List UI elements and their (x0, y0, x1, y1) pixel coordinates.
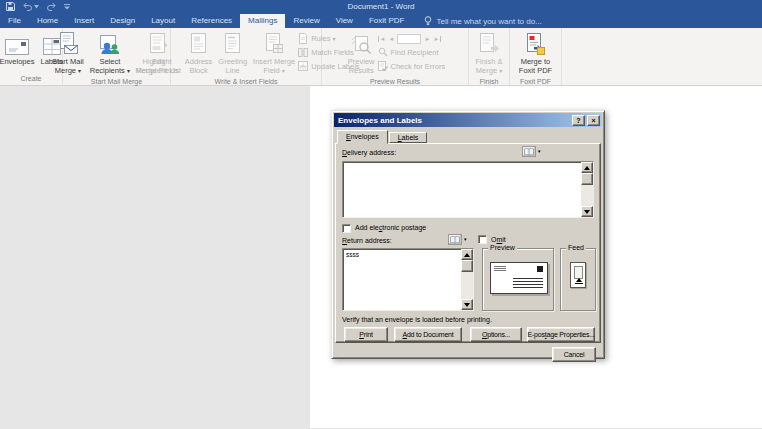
return-address-label: Return address: (342, 237, 392, 244)
merge-to-foxit-label-2: Foxit PDF (519, 66, 552, 75)
tab-layout[interactable]: Layout (143, 14, 183, 28)
lightbulb-icon (424, 16, 432, 26)
dialog-title: Envelopes and Labels (338, 116, 570, 125)
record-number-box (397, 34, 421, 44)
epostage-properties-button[interactable]: E-postage Properties... (527, 327, 595, 342)
preview-results-button: Preview Results (345, 30, 378, 76)
dropdown-arrow-icon: ▾ (464, 237, 467, 242)
feed-group-label: Feed (566, 244, 586, 251)
scrollbar-thumb[interactable] (581, 173, 593, 185)
scroll-up-button[interactable] (461, 249, 473, 260)
delivery-address-label: Delivery address: (342, 149, 396, 156)
tab-view[interactable]: View (328, 14, 361, 28)
envelopes-button[interactable]: Envelopes (0, 30, 37, 66)
ribbon-group-write-insert-fields: Highlight Merge Fields Address Block Gre… (171, 28, 322, 85)
dialog-tab-labels[interactable]: Labels (389, 132, 428, 143)
dropdown-arrow-icon: ▾ (282, 68, 285, 74)
dropdown-arrow-icon: ▾ (499, 68, 502, 74)
dialog-close-button[interactable]: × (587, 115, 600, 126)
envelopes-and-labels-dialog: Envelopes and Labels ? × Envelopes Label… (331, 110, 605, 359)
tab-review[interactable]: Review (285, 14, 327, 28)
dialog-title-bar: Envelopes and Labels ? × (334, 113, 602, 127)
tab-home[interactable]: Home (29, 14, 66, 28)
ribbon-group-foxit-pdf: Merge to Foxit PDF Foxit PDF (510, 28, 562, 85)
merge-to-foxit-pdf-icon (526, 31, 545, 55)
feed-icon[interactable] (570, 262, 586, 288)
feed-groupbox: Feed (560, 248, 596, 311)
start-mail-merge-label-2: Merge ▾ (55, 66, 81, 75)
match-fields-icon (298, 47, 308, 58)
scroll-up-button[interactable] (581, 162, 593, 173)
finish-merge-button: Finish & Merge ▾ (472, 30, 505, 76)
highlight-label-1: Highlight (143, 57, 172, 66)
dropdown-arrow-icon: ▾ (538, 149, 541, 154)
return-address-field[interactable]: ssss (342, 248, 474, 311)
add-electronic-postage-checkbox[interactable] (342, 224, 351, 233)
scrollbar-thumb[interactable] (461, 260, 473, 272)
greeting-line-icon (224, 31, 241, 55)
dropdown-arrow-icon: ▾ (127, 68, 130, 74)
add-electronic-postage-label: Add electronic postage (355, 224, 426, 231)
tab-design[interactable]: Design (102, 14, 143, 28)
print-button[interactable]: Print (344, 327, 388, 342)
return-address-book-button[interactable]: ▾ (448, 234, 467, 245)
insert-merge-field-icon (265, 31, 284, 55)
start-mail-merge-label-1: Start Mail (52, 57, 84, 66)
greeting-line-label-1: Greeting (218, 57, 247, 66)
scroll-down-button[interactable] (461, 299, 473, 310)
dialog-tab-envelopes[interactable]: Envelopes (337, 130, 388, 144)
highlight-merge-fields-button: Highlight Merge Fields (132, 30, 181, 76)
options-button[interactable]: Options... (470, 327, 522, 342)
document-area: Envelopes and Labels ? × Envelopes Label… (0, 86, 762, 428)
envelope-icon (5, 31, 29, 55)
dialog-help-button[interactable]: ? (572, 115, 585, 126)
tab-references[interactable]: References (183, 14, 240, 28)
preview-address-lines (513, 278, 543, 290)
tab-file[interactable]: File (0, 14, 29, 28)
word-title-bar: Document1 - Word (0, 0, 762, 13)
delivery-scrollbar[interactable] (581, 162, 593, 217)
select-recipients-icon (99, 31, 121, 55)
preview-return-address (494, 266, 506, 272)
check-for-errors-label: Check for Errors (391, 62, 446, 71)
tell-me-box[interactable]: Tell me what you want to do... (424, 16, 541, 28)
delivery-address-field[interactable] (342, 161, 594, 218)
add-to-document-button[interactable]: Add to Document (394, 327, 462, 342)
record-navigator: ◄ ◄ ► ► (378, 32, 446, 45)
merge-to-foxit-pdf-button[interactable]: Merge to Foxit PDF (516, 30, 555, 76)
return-scrollbar[interactable] (461, 249, 473, 310)
ribbon-tab-row: File Home Insert Design Layout Reference… (0, 13, 762, 28)
preview-group-label: Preview (488, 244, 517, 251)
preview-stamp (537, 266, 543, 272)
tab-foxit-pdf[interactable]: Foxit PDF (361, 14, 413, 28)
address-block-label-1: Address (185, 57, 213, 66)
start-mail-merge-icon (58, 31, 78, 55)
select-recipients-label-2: Recipients ▾ (90, 66, 130, 75)
finish-merge-icon (479, 31, 499, 55)
envelopes-tab-page: Delivery address: ▾ Add electronic posta… (335, 143, 601, 343)
ribbon: Envelopes Labels Create Start Mail Merge… (0, 28, 762, 86)
cancel-button[interactable]: Cancel (552, 347, 596, 362)
start-mail-merge-button[interactable]: Start Mail Merge ▾ (49, 30, 87, 76)
omit-label: Omit (491, 236, 506, 243)
next-record-icon: ► (424, 36, 430, 42)
address-block-label-2: Block (189, 66, 207, 75)
greeting-line-button: Greeting Line (215, 30, 250, 76)
tab-mailings[interactable]: Mailings (240, 14, 285, 28)
rules-icon (298, 33, 308, 44)
previous-record-icon: ◄ (388, 36, 394, 42)
address-book-icon (448, 234, 462, 245)
window-title: Document1 - Word (0, 0, 762, 13)
last-record-icon: ► (433, 36, 441, 42)
highlight-merge-fields-icon (149, 31, 166, 55)
update-labels-icon (298, 61, 308, 72)
delivery-address-book-button[interactable]: ▾ (522, 146, 541, 157)
ribbon-group-finish: Finish & Merge ▾ Finish (469, 28, 510, 85)
select-recipients-button[interactable]: Select Recipients ▾ (87, 30, 133, 76)
tell-me-label: Tell me what you want to do... (436, 17, 541, 26)
scroll-down-button[interactable] (581, 206, 593, 217)
tab-insert[interactable]: Insert (66, 14, 102, 28)
find-recipient-button: Find Recipient (378, 46, 446, 59)
dialog-tabs: Envelopes Labels (334, 127, 602, 143)
omit-checkbox[interactable] (478, 235, 487, 244)
